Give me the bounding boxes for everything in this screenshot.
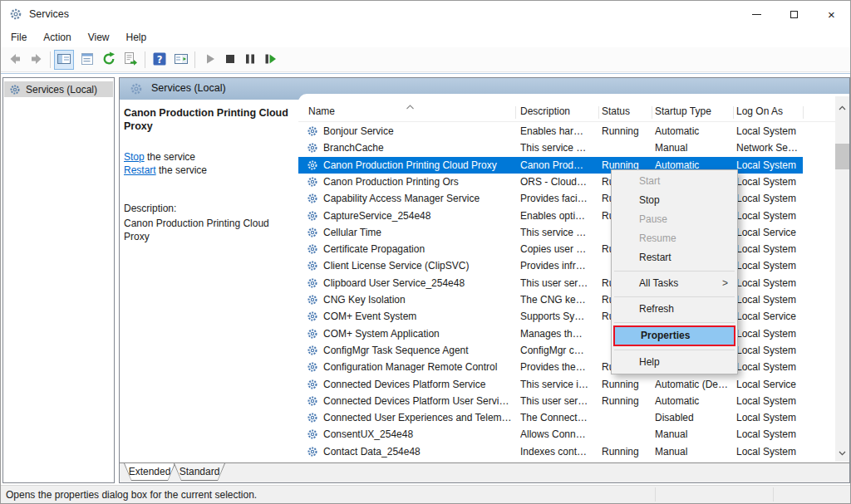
service-name-cell: Canon Production Printing Cloud Proxy	[323, 157, 517, 174]
tab-label: Standard	[175, 463, 224, 480]
service-gear-icon	[307, 210, 318, 222]
menu-file[interactable]: File	[2, 28, 35, 46]
service-name-cell: ConfigMgr Task Sequence Agent	[323, 342, 517, 359]
service-description-cell: Provides infr…	[520, 257, 597, 274]
scroll-down-icon[interactable]	[835, 447, 849, 460]
restart-service-button[interactable]	[260, 50, 280, 70]
status-bar-separator	[655, 487, 656, 502]
context-menu-restart[interactable]: Restart	[612, 248, 737, 267]
service-logon-cell: Local System	[736, 241, 803, 257]
service-logon-cell: Local Service	[736, 376, 803, 393]
column-divider[interactable]	[803, 106, 804, 119]
service-gear-icon	[307, 277, 318, 289]
forward-icon	[28, 51, 45, 70]
svg-text:?: ?	[157, 53, 163, 65]
service-description-cell: Provides the…	[520, 359, 597, 375]
refresh-button[interactable]	[99, 50, 119, 70]
menu-view[interactable]: View	[80, 28, 118, 46]
show-action-pane-button[interactable]	[171, 50, 191, 70]
context-menu-help[interactable]: Help	[612, 353, 737, 372]
service-name-cell: Contact Data_254e48	[323, 443, 517, 460]
column-divider[interactable]	[733, 106, 734, 119]
service-status-cell: Running	[602, 376, 650, 393]
help-button[interactable]: ?	[150, 50, 170, 70]
column-header-description[interactable]: Description	[520, 105, 570, 117]
service-description-cell: This user ser…	[520, 393, 597, 409]
service-description-cell: Enables har…	[520, 123, 597, 139]
start-service-button[interactable]	[200, 50, 220, 70]
service-description-cell: This user ser…	[520, 275, 597, 291]
pane-header-title: Services (Local)	[151, 82, 226, 94]
column-divider[interactable]	[515, 106, 516, 119]
services-icon	[9, 84, 21, 95]
back-icon	[7, 51, 23, 70]
minimize-button[interactable]	[738, 1, 775, 27]
service-name-cell: Connected User Experiences and Telem…	[323, 409, 517, 426]
services-pane: Services (Local) Canon Production Printi…	[119, 77, 850, 483]
menu-separator	[612, 267, 737, 274]
service-status-cell	[602, 426, 650, 443]
service-logon-cell: Local System	[736, 359, 803, 375]
submenu-arrow-icon: >	[722, 274, 728, 293]
service-logon-cell: Local Service	[736, 224, 803, 241]
status-bar: Opens the properties dialog box for the …	[1, 485, 850, 503]
context-menu-properties[interactable]: Properties	[613, 325, 735, 346]
stop-service-icon	[222, 51, 239, 70]
start-service-icon	[202, 51, 219, 70]
restart-service-link[interactable]: Restart	[124, 164, 156, 176]
tree-item-services-local[interactable]: Services (Local)	[4, 81, 113, 97]
service-row[interactable]: BranchCacheThis service …ManualNetwork S…	[298, 139, 803, 156]
view-tabs: ExtendedStandard	[120, 462, 849, 482]
service-row[interactable]: ConsentUX_254e48Allows Conn…ManualLocal …	[298, 426, 803, 443]
column-header-name[interactable]: Name	[308, 105, 335, 117]
service-name-cell: COM+ System Application	[323, 325, 517, 342]
stop-link-suffix: the service	[145, 151, 195, 163]
menu-help[interactable]: Help	[118, 28, 155, 46]
maximize-button[interactable]	[775, 1, 813, 27]
service-row[interactable]: Connected Devices Platform User Servi…Th…	[298, 393, 803, 409]
context-menu-stop[interactable]: Stop	[612, 191, 737, 210]
service-name-cell: Cellular Time	[323, 224, 517, 241]
service-name-cell: COM+ Event System	[323, 308, 517, 325]
service-status-cell	[602, 139, 650, 156]
column-header-startup-type[interactable]: Startup Type	[655, 105, 711, 117]
context-menu-start: Start	[612, 172, 737, 191]
service-name-cell: Configuration Manager Remote Control	[323, 359, 517, 375]
service-status-cell: Running	[602, 443, 650, 460]
export-list-button[interactable]	[121, 50, 140, 70]
column-header-log-on-as[interactable]: Log On As	[736, 105, 783, 117]
service-logon-cell: Local System	[736, 409, 803, 426]
service-name-cell: CNG Key Isolation	[323, 291, 517, 308]
scroll-up-icon[interactable]	[835, 101, 849, 115]
pause-service-button[interactable]	[240, 50, 260, 70]
service-description-cell: Canon Prod…	[520, 157, 597, 174]
context-menu-all-tasks[interactable]: All Tasks>	[612, 274, 737, 293]
stop-service-link[interactable]: Stop	[124, 151, 145, 163]
service-row[interactable]: Bonjour ServiceEnables har…RunningAutoma…	[298, 123, 803, 139]
properties-button[interactable]	[77, 50, 97, 70]
menu-action[interactable]: Action	[35, 28, 79, 46]
close-button[interactable]: ×	[813, 1, 850, 27]
service-description-cell: Enables opti…	[520, 208, 597, 224]
description-text: Canon Production Printing Cloud Proxy	[124, 217, 290, 243]
column-header-status[interactable]: Status	[602, 105, 630, 117]
tab-standard[interactable]: Standard	[174, 463, 225, 481]
forward-button[interactable]	[27, 50, 47, 70]
service-logon-cell: Local System	[736, 342, 803, 359]
description-label: Description:	[124, 202, 290, 215]
column-divider[interactable]	[652, 106, 652, 119]
service-row[interactable]: Contact Data_254e48Indexes cont…RunningM…	[298, 443, 803, 460]
context-menu-refresh[interactable]: Refresh	[612, 300, 737, 319]
show-console-tree-button[interactable]	[54, 50, 74, 70]
service-row[interactable]: Connected Devices Platform ServiceThis s…	[298, 376, 803, 393]
back-button[interactable]	[5, 50, 25, 70]
scrollbar-thumb[interactable]	[835, 144, 849, 169]
window-title: Services	[29, 8, 69, 20]
column-divider[interactable]	[598, 106, 599, 119]
service-gear-icon	[307, 294, 318, 306]
vertical-scrollbar[interactable]	[835, 96, 849, 462]
service-row[interactable]: Connected User Experiences and Telem…The…	[298, 409, 803, 426]
tab-extended[interactable]: Extended	[124, 463, 175, 481]
service-logon-cell: Local System	[736, 123, 803, 139]
stop-service-button[interactable]	[220, 50, 240, 70]
